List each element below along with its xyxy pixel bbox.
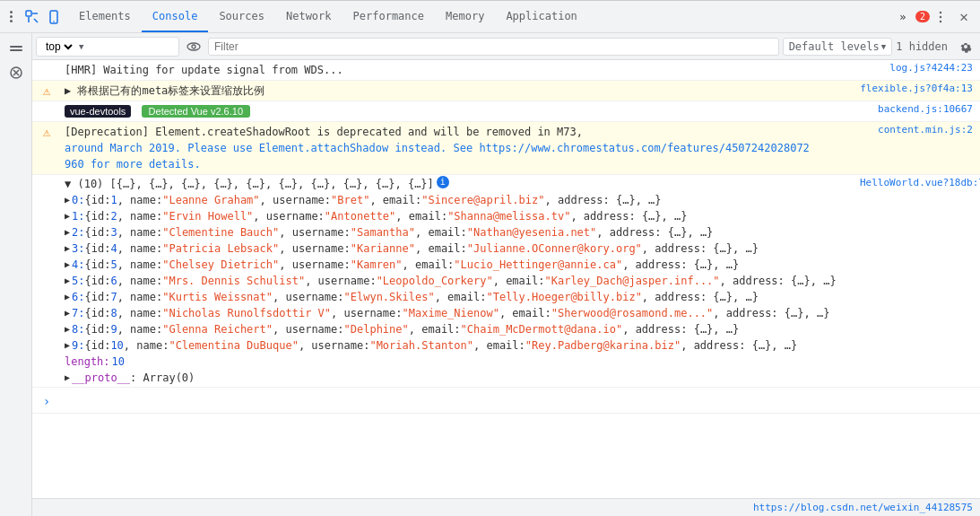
prompt-icon-container: › [32,392,61,408]
svg-point-4 [940,15,941,17]
array-proto-row: ▶ __proto__ : Array(0) [61,370,837,386]
context-dropdown[interactable]: top [42,39,75,54]
hmr-source[interactable]: log.js?4244:23 [819,61,980,74]
tab-bar-right: » 2 ✕ [887,1,980,32]
array-item-row: ▶7: {id: 8, name: "Nicholas Runolfsdotti… [61,305,837,321]
show-console-drawer-icon[interactable] [5,37,27,58]
tab-bar: Elements Console Sources Network Perform… [0,1,980,33]
console-prompt-row[interactable]: › [32,388,980,414]
console-prompt-icon: › [38,394,56,408]
default-levels-dropdown[interactable]: Default levels ▼ [783,38,893,56]
filter-input[interactable] [208,38,779,56]
more-tabs-icon[interactable]: » [894,11,912,23]
live-expressions-icon[interactable] [183,36,204,57]
vue-source[interactable]: backend.js:10667 [819,102,980,116]
vue-row-icon [32,102,61,104]
array-info-badge: i [437,176,449,188]
array-item-row: ▶1: {id: 2, name: "Ervin Howell", userna… [61,208,837,224]
svg-rect-7 [10,46,22,48]
tab-sources[interactable]: Sources [208,1,275,32]
deprecation-source[interactable]: content.min.js:2 [819,123,980,136]
main-area: top ▼ Default levels ▼ 1 hidden [32,33,980,516]
array-items: ▶0: {id: 1, name: "Leanne Graham", usern… [61,192,837,354]
tab-bar-left [0,1,68,32]
devtools-panel: Elements Console Sources Network Perform… [0,0,980,516]
array-header-row: ▼ (10) [{…}, {…}, {…}, {…}, {…}, {…}, {…… [61,176,837,192]
devtools-options-icon[interactable] [933,10,951,24]
array-length-row: length: 10 [61,354,837,370]
deprecation-icon: ⚠ [32,123,61,139]
array-content: ▼ (10) [{…}, {…}, {…}, {…}, {…}, {…}, {…… [61,176,837,386]
warning1-text: ▶ 将根据已有的meta标签来设置缩放比例 [61,82,819,100]
tab-performance[interactable]: Performance [343,1,435,32]
console-row-vue: vue-devtools Detected Vue v2.6.10 backen… [32,101,980,122]
array-item-row: ▶8: {id: 9, name: "Glenna Reichert", use… [61,321,837,337]
console-row-warning1: ⚠ ▶ 将根据已有的meta标签来设置缩放比例 flexible.js?0f4a… [32,81,980,101]
close-devtools-icon[interactable]: ✕ [955,8,973,25]
console-row-deprecation: ⚠ [Deprecation] Element.createShadowRoot… [32,122,980,175]
svg-point-5 [940,20,941,22]
svg-point-9 [187,43,200,50]
console-body: top ▼ Default levels ▼ 1 hidden [0,33,980,516]
hmr-message: [HMR] Waiting for update signal from WDS… [61,61,819,79]
console-row-hmr: [HMR] Waiting for update signal from WDS… [32,60,980,81]
inspect-element-icon[interactable] [22,6,43,28]
array-item-row: ▶3: {id: 4, name: "Patricia Lebsack", us… [61,241,837,257]
array-row-icon [32,176,61,178]
console-toolbar: top ▼ Default levels ▼ 1 hidden [32,33,980,60]
array-item-row: ▶0: {id: 1, name: "Leanne Graham", usern… [61,192,837,208]
array-item-row: ▶6: {id: 7, name: "Kurtis Weissnat", use… [61,289,837,305]
warning1-icon: ⚠ [32,82,61,98]
tab-memory[interactable]: Memory [435,1,495,32]
array-item-row: ▶5: {id: 6, name: "Mrs. Dennis Schulist"… [61,273,837,289]
vue-devtools-badge: vue-devtools [65,105,131,118]
devtools-menu-icon[interactable] [4,10,18,24]
svg-point-10 [192,45,195,48]
array-item-row: ▶4: {id: 5, name: "Chelsey Dietrich", us… [61,257,837,273]
console-settings-icon[interactable] [955,36,976,57]
svg-rect-6 [10,49,22,51]
deprecation-text: [Deprecation] Element.createShadowRoot i… [61,123,819,173]
array-item-row: ▶2: {id: 3, name: "Clementine Bauch", us… [61,224,837,241]
error-badge: 2 [915,11,930,22]
array-source[interactable]: HelloWorld.vue?18db:73 [837,176,980,189]
tab-network[interactable]: Network [275,1,343,32]
context-selector[interactable]: top ▼ [36,37,179,57]
vue-detected-badge: Detected Vue v2.6.10 [142,105,250,118]
status-bar: https://blog.csdn.net/weixin_44128575 [32,498,980,516]
mobile-device-icon[interactable] [43,6,65,28]
hidden-count: 1 hidden [896,40,951,53]
console-row-array: ▼ (10) [{…}, {…}, {…}, {…}, {…}, {…}, {…… [32,175,980,388]
tab-elements[interactable]: Elements [68,1,142,32]
vue-row-content: vue-devtools Detected Vue v2.6.10 [61,102,819,120]
svg-point-3 [940,11,941,13]
hmr-row-icon [32,61,61,63]
left-sidebar [0,33,32,516]
console-input[interactable] [61,391,980,409]
console-content: [HMR] Waiting for update signal from WDS… [32,60,980,498]
warning1-source[interactable]: flexible.js?0f4a:13 [819,82,980,95]
tab-application[interactable]: Application [495,1,587,32]
array-item-row: ▶9: {id: 10, name: "Clementina DuBuque",… [61,337,837,354]
svg-rect-0 [26,11,31,16]
clear-console-icon[interactable] [5,62,27,83]
tab-console[interactable]: Console [142,1,209,32]
status-url[interactable]: https://blog.csdn.net/weixin_44128575 [753,502,973,513]
svg-point-2 [53,21,55,22]
